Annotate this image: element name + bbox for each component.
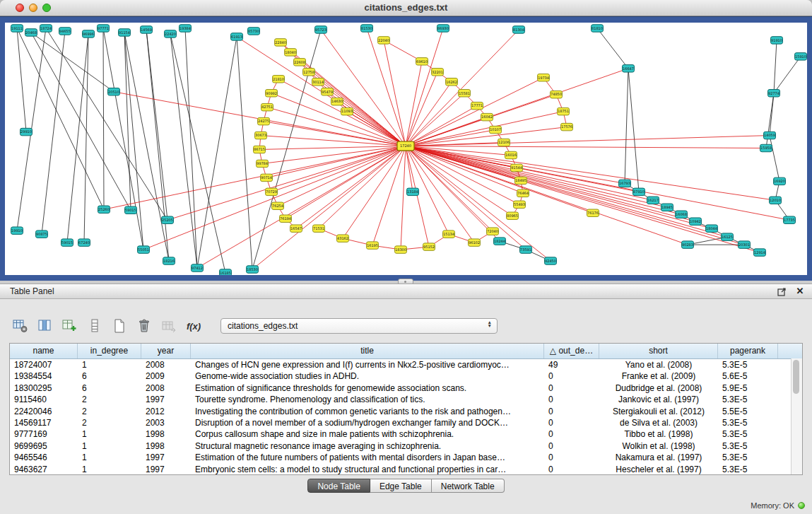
table-cell[interactable]: 1997 [141,394,191,405]
table-cell[interactable]: 18724007 [10,359,78,370]
graph-node[interactable]: 20510 [108,88,120,95]
new-table-icon[interactable] [110,317,129,335]
graph-node[interactable]: 18724 [40,25,52,32]
table-cell[interactable]: Corpus callosum shape and size in male p… [191,428,544,440]
network-canvas[interactable]: 1724021810909924275124275306738671599784… [5,23,807,275]
graph-node[interactable]: 76254 [272,202,284,209]
table-row[interactable]: 1830029562008Estimation of significance … [10,382,802,394]
create-column-icon[interactable] [61,317,79,335]
graph-node[interactable]: 22608 [294,59,306,66]
table-cell[interactable]: 6 [78,382,141,394]
table-cell[interactable]: Jankovic et al. (1997) [599,394,718,405]
graph-node[interactable]: 20468 [25,29,37,36]
table-cell[interactable]: Hescheler et al. (1997) [599,464,718,475]
table-row[interactable]: 911546021997Tourette syndrome. Phenomeno… [10,394,802,405]
table-cell[interactable]: 9465546 [10,452,78,463]
table-cell[interactable]: 5.3E-5 [718,452,778,463]
table-cell[interactable]: 2009 [141,370,191,382]
table-cell[interactable]: 5.3E-5 [718,464,778,475]
column-header-pagerank[interactable]: pagerank [718,344,778,358]
table-cell[interactable]: 6 [78,370,141,382]
table-cell[interactable]: 5.9E-5 [718,382,778,394]
graph-node[interactable]: 25205 [162,216,174,223]
table-cell[interactable]: 1 [78,464,141,475]
table-cell[interactable]: 2012 [141,406,191,417]
graph-node[interactable]: 90714 [261,174,273,181]
table-cell[interactable]: 2 [78,417,141,428]
table-cell[interactable]: Structural magnetic resonance image aver… [191,440,544,452]
graph-node[interactable]: 18945 [661,204,673,211]
graph-node[interactable]: 17576 [561,123,573,130]
graph-node[interactable]: 96102 [469,239,481,246]
graph-node[interactable]: 14569 [141,26,153,33]
table-cell[interactable]: Estimation of significance thresholds fo… [191,382,544,394]
table-cell[interactable]: 1998 [141,428,191,440]
column-header-outde[interactable]: △ out_de… [544,344,599,358]
graph-node[interactable]: 67240 [78,239,90,246]
graph-node[interactable]: 18751 [558,107,570,115]
table-cell[interactable]: 2 [78,406,141,417]
graph-node[interactable]: 17240 [397,141,414,151]
table-cell[interactable]: Tibbo et al. (1998) [599,428,718,440]
scrollbar-thumb[interactable] [793,360,799,394]
table-cell[interactable]: 5.5E-5 [718,406,778,417]
table-cell[interactable]: Dudbridge et al. (2008) [599,382,718,394]
graph-node[interactable]: 70729 [266,188,278,195]
graph-node[interactable]: 22420 [165,30,177,37]
toggle-columns-icon[interactable] [36,317,54,335]
graph-node[interactable]: 30114 [312,78,324,86]
table-cell[interactable]: Embryonic stem cells: a model to study s… [191,464,544,475]
graph-node[interactable]: 99784 [257,160,269,167]
table-cell[interactable]: de Silva et al. (2003) [599,417,718,428]
graph-node[interactable]: 90875 [36,230,48,238]
table-cell[interactable]: 5.3E-5 [718,417,778,428]
graph-node[interactable]: 18530 [247,266,259,273]
graph-node[interactable]: 19111 [11,25,23,32]
table-cell[interactable]: 9699695 [10,440,78,452]
table-cell[interactable]: 0 [544,440,599,452]
graph-node[interactable]: 81530 [361,25,373,32]
table-row[interactable]: 1456911722003Disruption of a novel membe… [10,417,802,428]
graph-node[interactable]: 69610 [416,58,428,65]
table-cell[interactable]: 0 [544,452,599,463]
table-cell[interactable]: 1997 [141,452,191,463]
column-settings-icon[interactable] [11,317,30,335]
table-row[interactable]: 977716911998Corpus callosum shape and si… [10,428,802,440]
table-row[interactable]: 946362711997Embryonic stem cells: a mode… [10,464,802,475]
zoom-window-button[interactable] [42,4,51,12]
graph-node[interactable]: 92450 [545,257,557,264]
graph-node[interactable]: 90283 [682,241,694,248]
graph-node[interactable]: 19384 [180,25,192,32]
table-cell[interactable]: 1 [78,452,141,463]
graph-node[interactable]: 16195 [367,242,379,249]
graph-node[interactable]: 59015 [61,239,73,246]
graph-node[interactable]: 55493 [514,201,526,208]
table-row[interactable]: 1872400712008Changes of HCN gene express… [10,359,802,370]
graph-node[interactable]: 73591 [520,246,532,253]
window-titlebar[interactable]: citations_edges.txt [0,0,812,16]
table-selector-dropdown[interactable]: citations_edges.txt ▲▼ [220,318,498,334]
table-cell[interactable]: 0 [544,406,599,417]
table-cell[interactable]: 1 [78,428,141,440]
graph-node[interactable]: 97412 [192,264,204,271]
table-cell[interactable]: 0 [544,394,599,405]
graph-node[interactable]: 71531 [313,225,325,232]
graph-node[interactable]: 91544 [511,164,523,171]
table-cell[interactable]: Yano et al. (2008) [599,359,718,370]
graph-node[interactable]: 76464 [517,189,529,197]
close-window-button[interactable] [16,4,24,12]
table-cell[interactable]: 19384554 [10,370,78,382]
graph-node[interactable]: 22040 [378,37,390,44]
graph-node[interactable]: 76176 [587,209,599,216]
table-vertical-scrollbar[interactable] [791,358,802,474]
graph-node[interactable]: 15958 [760,144,772,151]
table-row[interactable]: 1938455462009Genome-wide association stu… [10,370,802,382]
table-cell[interactable]: 22420046 [10,406,78,417]
table-cell[interactable]: 49 [544,359,599,370]
graph-node[interactable]: 61913 [231,33,243,40]
graph-node[interactable]: 43162 [337,235,349,242]
graph-node[interactable]: 16647 [623,65,635,72]
column-header-indegree[interactable]: in_degree [78,344,141,358]
table-cell[interactable]: 0 [544,464,599,475]
table-cell[interactable]: 5.6E-5 [718,370,778,382]
